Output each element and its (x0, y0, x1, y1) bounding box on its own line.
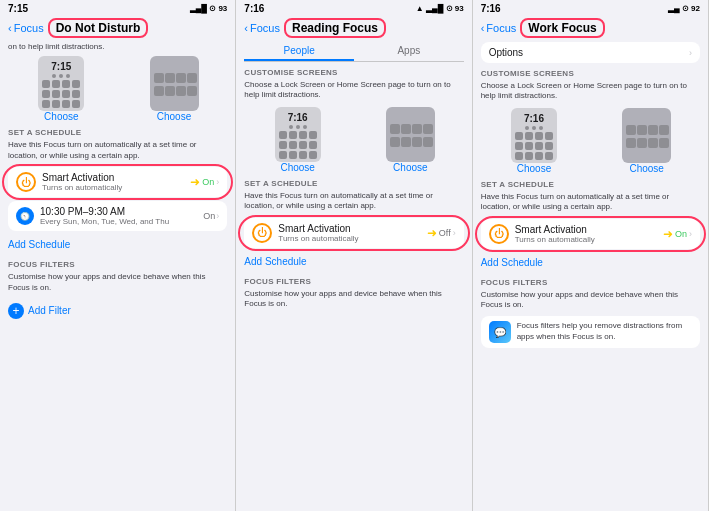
nav-title-1: Do Not Disturb (48, 18, 149, 38)
preview-time-2: 7:16 (288, 112, 308, 123)
state-label-1: On (202, 177, 214, 187)
nav-bar-3: ‹ Focus Work Focus (473, 16, 708, 42)
add-schedule-label-1: Add Schedule (8, 239, 70, 250)
arrow-icon-2: ➜ (427, 226, 437, 240)
preview-grid-5 (515, 132, 553, 160)
dot3 (66, 74, 70, 78)
add-schedule-2[interactable]: Add Schedule (244, 252, 463, 271)
nav-back-3[interactable]: ‹ Focus (481, 22, 517, 34)
add-filter-label-1: Add Filter (28, 305, 71, 316)
chevron-left-icon-3: ‹ (481, 22, 485, 34)
section-desc-schedule-3: Have this Focus turn on automatically at… (481, 192, 700, 213)
smart-activation-icon-1: ⏻ (16, 172, 36, 192)
smart-activation-text-2: Smart Activation Turns on automatically (278, 223, 358, 243)
section-label-filters-3: FOCUS FILTERS (481, 278, 700, 287)
tab-apps-2[interactable]: Apps (354, 42, 464, 61)
chevron-icon-2: › (453, 228, 456, 238)
home-screen-preview-2 (386, 107, 435, 162)
dot1 (52, 74, 56, 78)
nav-title-3: Work Focus (520, 18, 604, 38)
section-desc-filters-1: Customise how your apps and device behav… (8, 272, 227, 293)
tabs-row-2: People Apps (244, 42, 463, 62)
section-label-schedule-1: SET A SCHEDULE (8, 128, 227, 137)
preview-time-3: 7:16 (524, 113, 544, 124)
filter-desc-3: Focus filters help you remove distractio… (517, 321, 692, 342)
choose-btn-1[interactable]: Choose (44, 111, 78, 122)
status-icons-3: ▂▄ ⊙ 92 (668, 4, 700, 13)
section-desc-schedule-1: Have this Focus turn on automatically at… (8, 140, 227, 161)
choose-btn-3[interactable]: Choose (280, 162, 314, 173)
preview-grid-2 (154, 73, 195, 96)
choose-btn-2[interactable]: Choose (157, 111, 191, 122)
options-row-3[interactable]: Options › (481, 42, 700, 63)
smart-activation-right-1: ➜ On › (190, 175, 219, 189)
content-2: People Apps CUSTOMISE SCREENS Choose a L… (236, 42, 471, 511)
lock-screen-preview-3: 7:16 (511, 108, 557, 163)
time-row-right-1: On › (203, 211, 219, 221)
chevron-icon-1: › (216, 177, 219, 187)
panel-do-not-disturb: 7:15 ▂▄█ ⊙ 93 ‹ Focus Do Not Disturb on … (0, 0, 236, 511)
truncated-desc-1: on to help limit distractions. (8, 42, 227, 52)
status-bar-3: 7:16 ▂▄ ⊙ 92 (473, 0, 708, 16)
time-schedule-row-1[interactable]: 🕥 10:30 PM–9:30 AM Every Sun, Mon, Tue, … (8, 201, 227, 231)
smart-activation-left-3: ⏻ Smart Activation Turns on automaticall… (489, 224, 595, 244)
status-time-3: 7:16 (481, 3, 501, 14)
smart-activation-right-2: ➜ Off › (427, 226, 456, 240)
smart-activation-right-3: ➜ On › (663, 227, 692, 241)
preview-grid-1 (42, 80, 80, 108)
smart-activation-row-2[interactable]: ⏻ Smart Activation Turns on automaticall… (244, 218, 463, 248)
section-desc-filters-3: Customise how your apps and device behav… (481, 290, 700, 311)
chevron-left-icon-2: ‹ (244, 22, 248, 34)
content-3: Options › CUSTOMISE SCREENS Choose a Loc… (473, 42, 708, 511)
nav-back-1[interactable]: ‹ Focus (8, 22, 44, 34)
nav-bar-2: ‹ Focus Reading Focus (236, 16, 471, 42)
add-schedule-3[interactable]: Add Schedule (481, 253, 700, 272)
smart-activation-left-1: ⏻ Smart Activation Turns on automaticall… (16, 172, 122, 192)
smart-activation-row-1[interactable]: ⏻ Smart Activation Turns on automaticall… (8, 167, 227, 197)
status-time-2: 7:16 (244, 3, 264, 14)
add-filter-row-1[interactable]: + Add Filter (8, 299, 227, 323)
home-screen-preview-1 (150, 56, 199, 111)
panel-work-focus: 7:16 ▂▄ ⊙ 92 ‹ Focus Work Focus Options … (473, 0, 709, 511)
smart-activation-row-3[interactable]: ⏻ Smart Activation Turns on automaticall… (481, 219, 700, 249)
chevron-options-3: › (689, 48, 692, 58)
status-icons-2: ▲ ▂▄█ ⊙ 93 (416, 4, 464, 13)
choose-btn-6[interactable]: Choose (629, 163, 663, 174)
nav-back-2[interactable]: ‹ Focus (244, 22, 280, 34)
status-time-1: 7:15 (8, 3, 28, 14)
section-desc-schedule-2: Have this Focus turn on automatically at… (244, 191, 463, 212)
time-icon-1: 🕥 (16, 207, 34, 225)
filter-icon-3: 💬 (489, 321, 511, 343)
chevron-icon-time: › (216, 211, 219, 221)
section-desc-screens-3: Choose a Lock Screen or Home Screen page… (481, 81, 700, 102)
preview-dots-1 (52, 74, 70, 78)
choose-btn-5[interactable]: Choose (517, 163, 551, 174)
choose-btn-4[interactable]: Choose (393, 162, 427, 173)
add-schedule-label-3: Add Schedule (481, 257, 543, 268)
state-label-2: Off (439, 228, 451, 238)
smart-activation-icon-3: ⏻ (489, 224, 509, 244)
section-desc-screens-2: Choose a Lock Screen or Home Screen page… (244, 80, 463, 101)
add-schedule-1[interactable]: Add Schedule (8, 235, 227, 254)
screens-row-2: 7:16 (244, 107, 463, 173)
status-bar-1: 7:15 ▂▄█ ⊙ 93 (0, 0, 235, 16)
lock-screen-preview-1: 7:15 (38, 56, 84, 111)
section-label-screens-2: CUSTOMISE SCREENS (244, 68, 463, 77)
screens-row-3: 7:16 (481, 108, 700, 174)
tab-people-2[interactable]: People (244, 42, 354, 61)
section-desc-filters-2: Customise how your apps and device behav… (244, 289, 463, 310)
preview-dots-3 (525, 126, 543, 130)
arrow-icon-3: ➜ (663, 227, 673, 241)
arrow-icon-1: ➜ (190, 175, 200, 189)
focus-filter-item-3: 💬 Focus filters help you remove distract… (481, 316, 700, 348)
preview-grid-3 (279, 131, 317, 159)
time-row-text-1: 10:30 PM–9:30 AM Every Sun, Mon, Tue, We… (40, 206, 169, 226)
screens-row-1: 7:15 (8, 56, 227, 122)
state-label-3: On (675, 229, 687, 239)
nav-title-2: Reading Focus (284, 18, 386, 38)
content-1: on to help limit distractions. 7:15 (0, 42, 235, 511)
section-label-filters-1: FOCUS FILTERS (8, 260, 227, 269)
nav-bar-1: ‹ Focus Do Not Disturb (0, 16, 235, 42)
panel-reading-focus: 7:16 ▲ ▂▄█ ⊙ 93 ‹ Focus Reading Focus Pe… (236, 0, 472, 511)
dot2 (59, 74, 63, 78)
